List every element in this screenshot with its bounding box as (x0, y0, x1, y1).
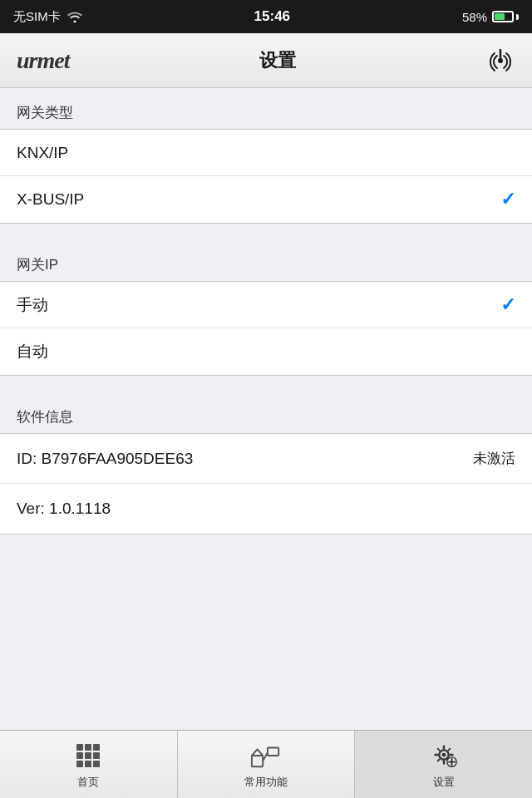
spacer-2 (0, 376, 532, 392)
nav-bar: urmet 设置 (0, 33, 532, 88)
svg-rect-1 (76, 744, 83, 751)
svg-rect-6 (93, 752, 100, 759)
software-info-list: ID: B7976FAA905DEE63 未激活 Ver: 1.0.1118 (0, 433, 532, 534)
section-header-software: 软件信息 (0, 392, 532, 433)
info-item-id: ID: B7976FAA905DEE63 未激活 (0, 434, 532, 484)
spacer-1 (0, 224, 532, 240)
tab-common[interactable]: 常用功能 (178, 731, 356, 798)
settings-icon (428, 740, 460, 771)
app-logo: urmet (17, 47, 69, 74)
svg-line-22 (437, 759, 439, 761)
info-ver-label: Ver: 1.0.1118 (17, 500, 515, 518)
spacer-3 (0, 534, 532, 551)
list-item-manual[interactable]: 手动 ✓ (0, 282, 532, 328)
page-title: 设置 (259, 48, 296, 73)
svg-point-14 (441, 752, 446, 756)
gateway-type-list: KNX/IP X-BUS/IP ✓ (0, 129, 532, 224)
xbusip-checkmark: ✓ (500, 189, 515, 210)
tab-settings[interactable]: 设置 (355, 731, 532, 798)
svg-rect-10 (252, 756, 263, 766)
svg-rect-4 (76, 752, 83, 759)
xbusip-label: X-BUS/IP (17, 190, 84, 209)
info-id-label: ID: B7976FAA905DEE63 (17, 450, 473, 468)
svg-line-19 (437, 748, 439, 750)
battery-icon (492, 11, 519, 22)
tab-common-label: 常用功能 (244, 775, 288, 790)
manual-label: 手动 (17, 294, 48, 316)
svg-rect-8 (85, 761, 91, 767)
status-right: 58% (462, 10, 519, 24)
list-item-auto[interactable]: 自动 (0, 328, 532, 375)
tab-home-label: 首页 (77, 775, 99, 790)
svg-rect-9 (93, 761, 100, 767)
common-functions-icon (250, 740, 282, 771)
svg-rect-11 (268, 747, 278, 756)
status-bar: 无SIM卡 15:46 58% (0, 0, 532, 33)
info-activation-status: 未激活 (473, 449, 515, 468)
carrier-text: 无SIM卡 (13, 9, 61, 25)
status-left: 无SIM卡 (13, 9, 82, 25)
svg-line-21 (448, 748, 450, 750)
home-icon (72, 740, 104, 771)
svg-rect-7 (76, 761, 83, 767)
status-time: 15:46 (254, 8, 290, 25)
wifi-signal-icon[interactable] (485, 46, 515, 76)
knxip-label: KNX/IP (17, 144, 68, 162)
svg-rect-5 (85, 752, 91, 759)
tab-bar: 首页 常用功能 (0, 730, 532, 798)
tab-settings-label: 设置 (433, 775, 455, 790)
section-header-gateway-ip: 网关IP (0, 240, 532, 281)
list-item-xbusip[interactable]: X-BUS/IP ✓ (0, 176, 532, 223)
svg-rect-2 (85, 744, 91, 751)
list-item-knxip[interactable]: KNX/IP (0, 130, 532, 176)
manual-checkmark: ✓ (500, 294, 515, 316)
info-item-ver: Ver: 1.0.1118 (0, 484, 532, 534)
battery-percent: 58% (462, 10, 487, 24)
content-area: 网关类型 KNX/IP X-BUS/IP ✓ 网关IP 手动 ✓ 自动 软件信息… (0, 88, 532, 730)
gateway-ip-list: 手动 ✓ 自动 (0, 281, 532, 376)
tab-home[interactable]: 首页 (0, 731, 178, 798)
section-header-gateway-type: 网关类型 (0, 88, 532, 129)
svg-rect-3 (93, 744, 100, 751)
wifi-icon (67, 11, 82, 22)
auto-label: 自动 (17, 341, 48, 362)
